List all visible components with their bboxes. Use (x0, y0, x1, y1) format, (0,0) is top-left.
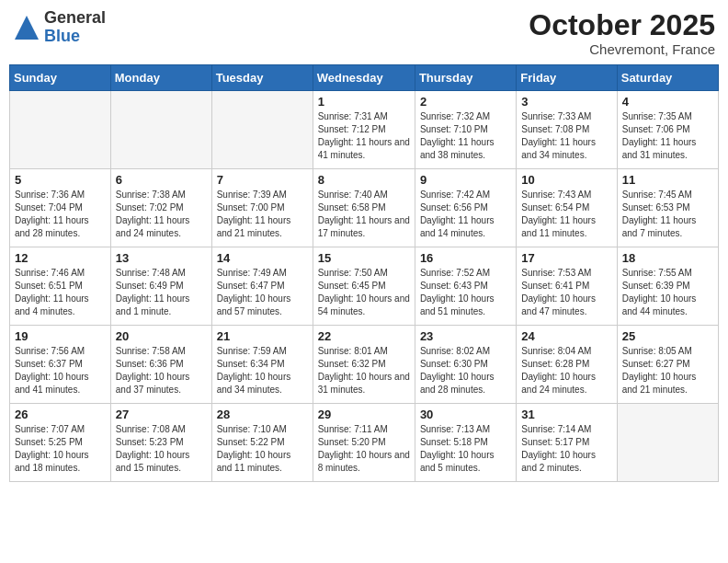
day-number: 30 (420, 408, 511, 421)
week-row-5: 26Sunrise: 7:07 AM Sunset: 5:25 PM Dayli… (10, 404, 719, 482)
day-number: 17 (521, 251, 611, 265)
weekday-header-tuesday: Tuesday (211, 65, 313, 91)
day-info: Sunrise: 7:38 AM Sunset: 7:02 PM Dayligh… (116, 189, 207, 240)
day-number: 26 (15, 408, 106, 421)
svg-marker-0 (15, 16, 39, 40)
weekday-header-sunday: Sunday (10, 65, 111, 91)
day-number: 3 (521, 95, 611, 109)
calendar-cell: 28Sunrise: 7:10 AM Sunset: 5:22 PM Dayli… (211, 404, 313, 482)
day-number: 24 (521, 329, 611, 343)
day-info: Sunrise: 7:43 AM Sunset: 6:54 PM Dayligh… (521, 189, 611, 240)
day-number: 11 (622, 173, 713, 187)
week-row-4: 19Sunrise: 7:56 AM Sunset: 6:37 PM Dayli… (10, 326, 719, 404)
weekday-header-monday: Monday (110, 65, 211, 91)
day-number: 8 (318, 173, 410, 187)
day-info: Sunrise: 7:45 AM Sunset: 6:53 PM Dayligh… (622, 189, 713, 240)
calendar-cell: 6Sunrise: 7:38 AM Sunset: 7:02 PM Daylig… (110, 169, 211, 247)
day-info: Sunrise: 7:55 AM Sunset: 6:39 PM Dayligh… (622, 267, 713, 318)
day-number: 14 (217, 251, 308, 265)
logo: General Blue (13, 9, 106, 46)
calendar-cell (211, 91, 313, 169)
calendar-cell: 16Sunrise: 7:52 AM Sunset: 6:43 PM Dayli… (415, 247, 516, 326)
day-info: Sunrise: 7:58 AM Sunset: 6:36 PM Dayligh… (116, 345, 207, 396)
day-number: 9 (420, 173, 511, 187)
day-info: Sunrise: 7:11 AM Sunset: 5:20 PM Dayligh… (318, 423, 410, 475)
day-info: Sunrise: 8:05 AM Sunset: 6:27 PM Dayligh… (622, 345, 713, 396)
day-info: Sunrise: 7:56 AM Sunset: 6:37 PM Dayligh… (15, 345, 106, 396)
title-block: October 2025 Chevremont, France (529, 9, 715, 57)
day-info: Sunrise: 7:52 AM Sunset: 6:43 PM Dayligh… (420, 267, 511, 318)
calendar-cell: 23Sunrise: 8:02 AM Sunset: 6:30 PM Dayli… (415, 326, 516, 404)
calendar-cell: 2Sunrise: 7:32 AM Sunset: 7:10 PM Daylig… (415, 91, 516, 169)
calendar-cell: 11Sunrise: 7:45 AM Sunset: 6:53 PM Dayli… (617, 169, 718, 247)
day-number: 31 (521, 408, 611, 421)
calendar-cell (110, 91, 211, 169)
day-number: 10 (521, 173, 611, 187)
calendar-cell: 25Sunrise: 8:05 AM Sunset: 6:27 PM Dayli… (617, 326, 718, 404)
weekday-header-saturday: Saturday (617, 65, 718, 91)
logo-general: General (44, 8, 106, 27)
day-info: Sunrise: 7:08 AM Sunset: 5:23 PM Dayligh… (116, 423, 207, 475)
calendar-cell: 8Sunrise: 7:40 AM Sunset: 6:58 PM Daylig… (313, 169, 415, 247)
day-number: 27 (116, 408, 207, 421)
day-info: Sunrise: 8:01 AM Sunset: 6:32 PM Dayligh… (318, 345, 410, 396)
weekday-header-row: SundayMondayTuesdayWednesdayThursdayFrid… (10, 65, 719, 91)
day-info: Sunrise: 7:53 AM Sunset: 6:41 PM Dayligh… (521, 267, 611, 318)
day-number: 21 (217, 329, 308, 343)
day-number: 23 (420, 329, 511, 343)
calendar-cell: 17Sunrise: 7:53 AM Sunset: 6:41 PM Dayli… (517, 247, 617, 326)
day-number: 28 (217, 408, 308, 421)
calendar-cell (10, 91, 111, 169)
day-number: 22 (318, 329, 410, 343)
day-number: 19 (15, 329, 106, 343)
day-number: 6 (116, 173, 207, 187)
calendar-cell: 27Sunrise: 7:08 AM Sunset: 5:23 PM Dayli… (110, 404, 211, 482)
day-info: Sunrise: 7:31 AM Sunset: 7:12 PM Dayligh… (318, 110, 410, 162)
day-info: Sunrise: 7:14 AM Sunset: 5:17 PM Dayligh… (521, 423, 611, 475)
calendar-cell: 22Sunrise: 8:01 AM Sunset: 6:32 PM Dayli… (313, 326, 415, 404)
day-number: 7 (217, 173, 308, 187)
calendar-cell: 14Sunrise: 7:49 AM Sunset: 6:47 PM Dayli… (211, 247, 313, 326)
calendar-cell: 19Sunrise: 7:56 AM Sunset: 6:37 PM Dayli… (10, 326, 111, 404)
logo-text: General Blue (44, 9, 106, 46)
week-row-1: 1Sunrise: 7:31 AM Sunset: 7:12 PM Daylig… (10, 91, 719, 169)
week-row-2: 5Sunrise: 7:36 AM Sunset: 7:04 PM Daylig… (10, 169, 719, 247)
day-info: Sunrise: 7:33 AM Sunset: 7:08 PM Dayligh… (521, 110, 611, 162)
day-info: Sunrise: 7:59 AM Sunset: 6:34 PM Dayligh… (217, 345, 308, 396)
day-info: Sunrise: 7:32 AM Sunset: 7:10 PM Dayligh… (420, 110, 511, 162)
month-title: October 2025 (529, 9, 715, 41)
day-info: Sunrise: 7:40 AM Sunset: 6:58 PM Dayligh… (318, 189, 410, 240)
day-number: 13 (116, 251, 207, 265)
calendar-cell: 30Sunrise: 7:13 AM Sunset: 5:18 PM Dayli… (415, 404, 516, 482)
day-info: Sunrise: 7:49 AM Sunset: 6:47 PM Dayligh… (217, 267, 308, 318)
day-number: 18 (622, 251, 713, 265)
day-info: Sunrise: 7:46 AM Sunset: 6:51 PM Dayligh… (15, 267, 106, 318)
calendar-cell: 31Sunrise: 7:14 AM Sunset: 5:17 PM Dayli… (517, 404, 617, 482)
logo-icon (13, 14, 40, 41)
calendar-cell: 24Sunrise: 8:04 AM Sunset: 6:28 PM Dayli… (517, 326, 617, 404)
calendar-cell: 3Sunrise: 7:33 AM Sunset: 7:08 PM Daylig… (517, 91, 617, 169)
calendar-cell: 26Sunrise: 7:07 AM Sunset: 5:25 PM Dayli… (10, 404, 111, 482)
day-info: Sunrise: 7:50 AM Sunset: 6:45 PM Dayligh… (318, 267, 410, 318)
calendar-cell: 21Sunrise: 7:59 AM Sunset: 6:34 PM Dayli… (211, 326, 313, 404)
calendar-cell: 10Sunrise: 7:43 AM Sunset: 6:54 PM Dayli… (517, 169, 617, 247)
calendar-cell: 5Sunrise: 7:36 AM Sunset: 7:04 PM Daylig… (10, 169, 111, 247)
day-number: 12 (15, 251, 106, 265)
calendar-cell: 15Sunrise: 7:50 AM Sunset: 6:45 PM Dayli… (313, 247, 415, 326)
calendar-table: SundayMondayTuesdayWednesdayThursdayFrid… (9, 64, 719, 482)
day-number: 4 (622, 95, 713, 109)
day-info: Sunrise: 8:02 AM Sunset: 6:30 PM Dayligh… (420, 345, 511, 396)
day-number: 25 (622, 329, 713, 343)
weekday-header-wednesday: Wednesday (313, 65, 415, 91)
calendar-cell: 18Sunrise: 7:55 AM Sunset: 6:39 PM Dayli… (617, 247, 718, 326)
day-number: 16 (420, 251, 511, 265)
calendar-cell: 7Sunrise: 7:39 AM Sunset: 7:00 PM Daylig… (211, 169, 313, 247)
day-number: 2 (420, 95, 511, 109)
day-number: 29 (318, 408, 410, 421)
day-info: Sunrise: 7:48 AM Sunset: 6:49 PM Dayligh… (116, 267, 207, 318)
day-info: Sunrise: 7:36 AM Sunset: 7:04 PM Dayligh… (15, 189, 106, 240)
day-info: Sunrise: 7:13 AM Sunset: 5:18 PM Dayligh… (420, 423, 511, 475)
day-info: Sunrise: 7:35 AM Sunset: 7:06 PM Dayligh… (622, 110, 713, 162)
logo-blue: Blue (44, 27, 80, 45)
weekday-header-thursday: Thursday (415, 65, 516, 91)
